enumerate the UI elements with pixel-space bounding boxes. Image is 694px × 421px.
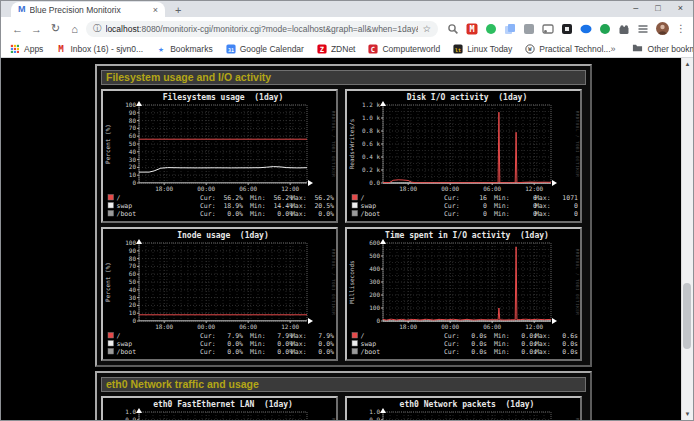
- svg-text:200: 200: [369, 291, 380, 298]
- gray-square-ext-icon[interactable]: [523, 23, 535, 35]
- svg-text:M: M: [469, 24, 474, 34]
- y-axis-label: Milliseconds: [348, 260, 355, 304]
- svg-text:Cur: 0: Cur: 0: [444, 210, 487, 218]
- svg-text:300: 300: [369, 278, 380, 285]
- svg-text:RRDTOOL / TOBI OETIKER: RRDTOOL / TOBI OETIKER: [331, 418, 336, 420]
- svg-text:Min: 0.0s: Min: 0.0s: [494, 340, 537, 348]
- scrollbar-thumb[interactable]: [683, 283, 691, 349]
- bookmark-apps[interactable]: Apps: [10, 44, 43, 54]
- svg-text:100: 100: [369, 304, 380, 311]
- svg-text:80: 80: [129, 255, 137, 262]
- bookmark-inbox[interactable]: MInbox (16) - sjvn0...: [56, 44, 143, 54]
- window-close-button[interactable]: ×: [678, 3, 683, 13]
- svg-text:Cur: 0.0s: Cur: 0.0s: [444, 332, 487, 340]
- bookmark-zdnet[interactable]: ZZDNet: [317, 44, 356, 54]
- bookmark-practical-technology[interactable]: WPractical Technol...: [525, 44, 610, 54]
- svg-text:RRDTOOL / TOBI OETIKER: RRDTOOL / TOBI OETIKER: [331, 249, 336, 315]
- chart-5: 0.00.10.20.30.40.50.60.70.80.91.018:0000…: [347, 398, 580, 420]
- svg-text:00:00: 00:00: [197, 185, 215, 192]
- other-bookmarks-label: Other bookmarks: [648, 44, 694, 54]
- scroll-down-arrow[interactable]: ▼: [682, 408, 693, 420]
- y-axis-label: Percent (%): [104, 124, 111, 164]
- window-controls: – □ ×: [633, 3, 683, 13]
- red-mail-ext-icon[interactable]: M: [466, 23, 478, 35]
- bookmark-label: Apps: [24, 44, 43, 54]
- bookmark-label: Bookmarks: [170, 44, 213, 54]
- svg-text:Cur: 0.0%: Cur: 0.0%: [200, 210, 243, 218]
- tab-close-icon[interactable]: ×: [153, 5, 158, 15]
- bookmark-google-calendar[interactable]: 31Google Calendar: [226, 44, 304, 54]
- svg-text:Max: 0.0s: Max: 0.0s: [535, 348, 578, 356]
- window-minimize-button[interactable]: –: [633, 3, 638, 13]
- green-circle-ext-icon[interactable]: [599, 23, 611, 35]
- svg-text:0: 0: [376, 317, 380, 324]
- bookmark-bookmarks[interactable]: ★Bookmarks: [156, 44, 213, 54]
- dark-square-ext-icon[interactable]: [561, 23, 573, 35]
- chart-panel-4[interactable]: 0.00.10.20.30.40.50.60.70.80.91.018:0000…: [101, 396, 338, 420]
- svg-text:00:00: 00:00: [197, 323, 215, 330]
- svg-text:Min: 0.0%: Min: 0.0%: [250, 340, 293, 348]
- window-maximize-button[interactable]: □: [655, 3, 660, 13]
- blue-pages-ext-icon[interactable]: [504, 23, 516, 35]
- bookmark-label: Google Calendar: [240, 44, 304, 54]
- site-info-icon[interactable]: ⓘ: [93, 23, 102, 35]
- tab-list-icon[interactable]: [637, 23, 649, 35]
- svg-text:00:00: 00:00: [441, 185, 459, 192]
- back-icon[interactable]: ←: [8, 23, 27, 35]
- svg-text:0.8 k: 0.8 k: [362, 127, 380, 134]
- svg-text:1.0 k: 1.0 k: [362, 114, 380, 121]
- cast-ext-icon[interactable]: [542, 23, 554, 35]
- svg-text:Max: 0.0%: Max: 0.0%: [291, 340, 334, 348]
- extensions-puzzle-icon[interactable]: [618, 23, 630, 35]
- green-blob-ext-icon[interactable]: [485, 23, 497, 35]
- vertical-scrollbar[interactable]: ▲ ▼: [681, 58, 693, 420]
- address-bar[interactable]: ⓘ localhost:8080/monitorix-cgi/monitorix…: [86, 21, 438, 37]
- home-icon[interactable]: ⌂: [65, 23, 84, 35]
- scroll-up-arrow[interactable]: ▲: [682, 58, 693, 70]
- svg-text:Cur: 7.9%: Cur: 7.9%: [200, 332, 243, 340]
- forward-icon[interactable]: →: [27, 23, 46, 35]
- browser-tab[interactable]: M Blue Precision Monitorix ×: [11, 2, 165, 17]
- chart-3: 010020030040050060018:0000:0006:0012:00T…: [347, 229, 580, 359]
- browser-toolbar: ← → ↻ ⌂ ⓘ localhost:8080/monitorix-cgi/m…: [1, 17, 693, 40]
- blue-oval-ext-icon[interactable]: [580, 23, 592, 35]
- chart-panel-0[interactable]: 010203040506070809010018:0000:0006:0012:…: [101, 89, 338, 223]
- chart-panel-1[interactable]: 0.00.2 k0.4 k0.6 k0.8 k1.0 k1.2 k18:0000…: [345, 89, 582, 223]
- svg-text:Min: 0: Min: 0: [494, 210, 537, 218]
- svg-text:0.9: 0.9: [369, 416, 380, 420]
- svg-text:Max: 0.0%: Max: 0.0%: [291, 210, 334, 218]
- bookmark-star-icon[interactable]: ☆: [422, 23, 431, 34]
- other-bookmarks-button[interactable]: Other bookmarks: [632, 42, 694, 55]
- svg-text:RRDTOOL / TOBI OETIKER: RRDTOOL / TOBI OETIKER: [575, 111, 580, 177]
- svg-text:Min: 0.0s: Min: 0.0s: [494, 332, 537, 340]
- chart-grid: 0.00.10.20.30.40.50.60.70.80.91.018:0000…: [101, 396, 586, 420]
- profile-avatar[interactable]: [656, 22, 669, 35]
- bookmark-linux-today[interactable]: ltLinux Today: [453, 44, 512, 54]
- bookmarks-overflow-chevron[interactable]: »: [611, 44, 616, 54]
- svg-text:90: 90: [129, 109, 137, 116]
- chart-panel-5[interactable]: 0.00.10.20.30.40.50.60.70.80.91.018:0000…: [345, 396, 582, 420]
- new-tab-button[interactable]: +: [175, 4, 181, 16]
- svg-text:Min: 0.0%: Min: 0.0%: [250, 348, 293, 356]
- svg-text:40: 40: [129, 286, 137, 293]
- magnifier-ext-icon[interactable]: [447, 23, 459, 35]
- chart-panel-2[interactable]: 010203040506070809010018:0000:0006:0012:…: [101, 227, 338, 361]
- svg-text:Cur: 18.9%: Cur: 18.9%: [200, 202, 243, 210]
- svg-text:RRDTOOL / TOBI OETIKER: RRDTOOL / TOBI OETIKER: [575, 418, 580, 420]
- svg-text:Cur: 56.2%: Cur: 56.2%: [200, 194, 243, 202]
- svg-text:Max: 56.2%: Max: 56.2%: [291, 194, 334, 202]
- menu-kebab-icon[interactable]: ⋮: [676, 23, 686, 34]
- svg-text:06:00: 06:00: [239, 323, 257, 330]
- svg-text:100: 100: [125, 101, 136, 108]
- svg-text:1.0: 1.0: [125, 408, 136, 415]
- svg-text:Max: 7.9%: Max: 7.9%: [291, 332, 334, 340]
- svg-text:400: 400: [369, 265, 380, 272]
- bookmarks-bar: AppsMInbox (16) - sjvn0...★Bookmarks31Go…: [1, 40, 693, 58]
- url-text[interactable]: localhost:8080/monitorix-cgi/monitorix.c…: [106, 24, 419, 34]
- reload-icon[interactable]: ↻: [46, 22, 65, 35]
- svg-text:Cur: 0.0%: Cur: 0.0%: [200, 340, 243, 348]
- bookmark-computerworld[interactable]: CComputerworld: [368, 44, 440, 54]
- chart-panel-3[interactable]: 010020030040050060018:0000:0006:0012:00T…: [345, 227, 582, 361]
- chart-title: eth0 Network packets (1day): [400, 400, 535, 409]
- svg-text:0: 0: [132, 317, 136, 324]
